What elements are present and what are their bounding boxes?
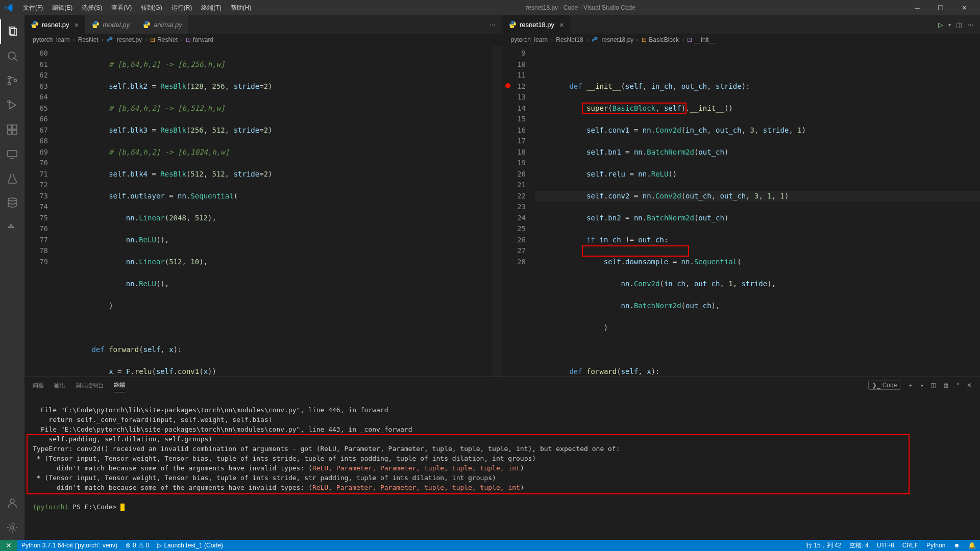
status-eol[interactable]: CRLF xyxy=(898,541,922,550)
feedback-icon[interactable]: ☻ xyxy=(949,541,964,550)
menu-select[interactable]: 选择(S) xyxy=(77,2,107,14)
tab-resnet18[interactable]: resnet18.py × xyxy=(502,15,571,34)
svg-rect-11 xyxy=(8,130,12,134)
menu-edit[interactable]: 编辑(E) xyxy=(47,2,77,14)
extensions-icon[interactable] xyxy=(0,117,24,142)
add-terminal-icon[interactable]: ＋ xyxy=(908,381,914,390)
testing-icon[interactable] xyxy=(0,166,24,191)
bell-icon[interactable]: 🔔 xyxy=(964,541,980,550)
bottom-panel: 问题 输出 调试控制台 终端 ❯_ Code ＋ ▾ ◫ 🗑 ^ ✕ File … xyxy=(24,377,980,540)
close-button[interactable]: ✕ xyxy=(952,0,976,15)
terminal-profile-button[interactable]: ❯_ Code xyxy=(868,381,900,390)
search-icon[interactable] xyxy=(0,44,24,68)
account-icon[interactable] xyxy=(0,491,24,515)
svg-rect-18 xyxy=(12,227,14,228)
svg-rect-12 xyxy=(13,130,17,134)
trash-icon[interactable]: 🗑 xyxy=(943,382,949,389)
status-problems[interactable]: ⊗0 ⚠0 xyxy=(121,542,153,549)
bc-segment[interactable]: resnet.py xyxy=(117,36,142,43)
highlight-box xyxy=(582,245,689,257)
editor-right[interactable]: 910111213141516171819202122232425262728 … xyxy=(502,46,980,377)
menu-help[interactable]: 帮助(H) xyxy=(226,2,256,14)
bc-segment[interactable]: pytorch_learn xyxy=(511,36,548,43)
database-icon[interactable] xyxy=(0,191,24,215)
menu-run[interactable]: 运行(R) xyxy=(167,2,197,14)
tabs-left-group: resnet.py × model.py animal.py ⋯ xyxy=(24,15,502,34)
bc-segment[interactable]: ResNet xyxy=(157,36,178,43)
panel-tab-terminal[interactable]: 终端 xyxy=(114,378,125,392)
close-icon[interactable]: × xyxy=(74,20,79,29)
minimap[interactable] xyxy=(493,46,502,377)
explorer-icon[interactable] xyxy=(0,19,24,44)
chevron-right-icon: › xyxy=(551,36,553,43)
menu-file[interactable]: 文件(F) xyxy=(18,2,47,14)
code-content[interactable]: def __init__(self, in_ch, out_ch, stride… xyxy=(535,46,980,377)
chevron-right-icon: › xyxy=(636,36,639,43)
bc-segment[interactable]: pytorch_learn xyxy=(33,36,70,43)
tabs-right-group: resnet18.py × ▷ ▾ ◫ ⋯ xyxy=(502,15,980,34)
breadcrumb-left[interactable]: pytorch_learn› ResNet› resnet.py› ⊟ResNe… xyxy=(24,34,503,46)
bc-segment[interactable]: BasicBlock xyxy=(649,36,679,43)
editor-left[interactable]: 6061626364656667686970717273747576777879… xyxy=(24,46,502,377)
status-language[interactable]: Python xyxy=(922,541,949,550)
close-icon[interactable]: × xyxy=(559,20,564,29)
bc-segment[interactable]: resnet18.py xyxy=(602,36,634,43)
more-icon[interactable]: ⋯ xyxy=(967,21,974,29)
docker-icon[interactable] xyxy=(0,215,24,240)
more-icon[interactable]: ⋯ xyxy=(489,21,496,29)
status-python[interactable]: Python 3.7.1 64-bit ('pytorch': venv) xyxy=(17,542,121,549)
bc-segment[interactable]: forward xyxy=(193,36,213,43)
svg-line-3 xyxy=(14,58,17,61)
svg-rect-9 xyxy=(8,125,12,129)
editor-area: resnet.py × model.py animal.py ⋯ resnet1… xyxy=(24,15,980,540)
svg-point-8 xyxy=(8,101,10,103)
svg-point-20 xyxy=(10,499,14,503)
status-spaces[interactable]: 空格: 4 xyxy=(845,541,872,550)
tab-animal[interactable]: animal.py xyxy=(136,15,189,34)
chevron-down-icon[interactable]: ▾ xyxy=(921,383,923,388)
breakpoint-icon[interactable] xyxy=(505,83,510,88)
chevron-up-icon[interactable]: ^ xyxy=(957,382,960,389)
window-title: resnet18.py - Code - Visual Studio Code xyxy=(256,4,905,11)
terminal-content[interactable]: File "E:\Code\pytorch\lib\site-packages\… xyxy=(24,393,980,540)
menu-view[interactable]: 查看(V) xyxy=(107,2,136,14)
settings-icon[interactable] xyxy=(0,515,24,540)
code-content[interactable]: # [b,64,h,2] -> [b,256,h,w] self.blk2 = … xyxy=(57,46,502,377)
svg-rect-10 xyxy=(13,125,17,129)
remote-explorer-icon[interactable] xyxy=(0,142,24,166)
status-launch[interactable]: ▷ Launch test_1 (Code) xyxy=(153,542,227,549)
status-line-col[interactable]: 行 15，列 42 xyxy=(802,541,845,550)
chevron-right-icon: › xyxy=(586,36,589,43)
tab-label: resnet18.py xyxy=(520,21,554,29)
maximize-button[interactable]: ☐ xyxy=(929,0,952,15)
chevron-right-icon: › xyxy=(145,36,147,43)
tab-model[interactable]: model.py xyxy=(85,15,136,34)
python-icon xyxy=(508,20,517,29)
panel-tab-debug[interactable]: 调试控制台 xyxy=(76,379,104,392)
close-icon[interactable]: ✕ xyxy=(967,382,972,389)
run-icon[interactable]: ▷ xyxy=(938,21,943,29)
svg-point-2 xyxy=(8,52,15,59)
activity-bar xyxy=(0,15,24,540)
svg-rect-16 xyxy=(8,227,10,228)
panel-tab-output[interactable]: 输出 xyxy=(54,379,65,392)
warning-icon: ⚠ xyxy=(138,542,144,549)
chevron-down-icon[interactable]: ▾ xyxy=(948,22,951,28)
svg-point-21 xyxy=(11,526,14,529)
breadcrumb-right[interactable]: pytorch_learn› ResNet18› resnet18.py› ⊟B… xyxy=(503,34,981,46)
menu-bar: 文件(F) 编辑(E) 选择(S) 查看(V) 转到(G) 运行(R) 终端(T… xyxy=(18,2,256,14)
menu-goto[interactable]: 转到(G) xyxy=(136,2,166,14)
minimize-button[interactable]: ─ xyxy=(905,0,929,15)
debug-icon[interactable] xyxy=(0,93,24,117)
bc-segment[interactable]: ResNet18 xyxy=(556,36,583,43)
panel-tab-problems[interactable]: 问题 xyxy=(33,379,44,392)
source-control-icon[interactable] xyxy=(0,68,24,93)
tab-resnet[interactable]: resnet.py × xyxy=(24,15,85,34)
bc-segment[interactable]: __init__ xyxy=(694,36,716,43)
split-terminal-icon[interactable]: ◫ xyxy=(930,382,936,389)
bc-segment[interactable]: ResNet xyxy=(78,36,99,43)
menu-terminal[interactable]: 终端(T) xyxy=(197,2,226,14)
remote-button[interactable] xyxy=(0,540,17,551)
status-encoding[interactable]: UTF-8 xyxy=(873,541,898,550)
split-icon[interactable]: ◫ xyxy=(956,21,962,29)
